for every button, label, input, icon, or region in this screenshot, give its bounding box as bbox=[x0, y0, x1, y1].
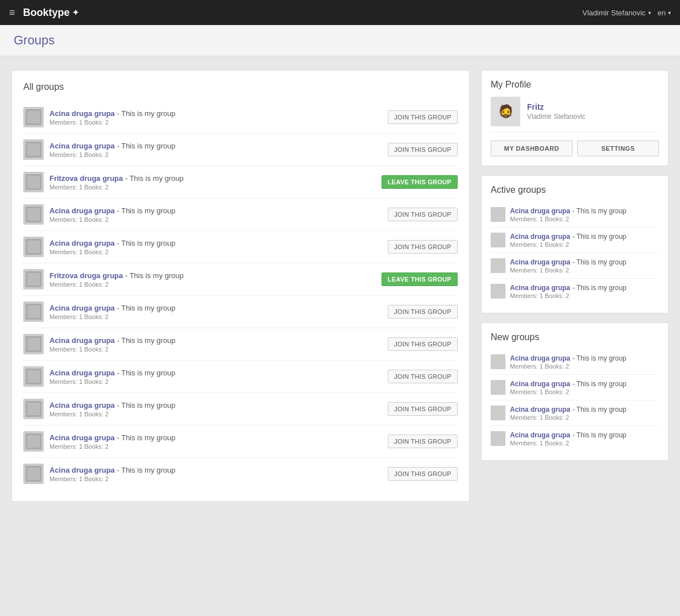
leave-group-button[interactable]: LEAVE THIS GROUP bbox=[382, 175, 458, 189]
join-group-button[interactable]: JOIN THIS GROUP bbox=[388, 208, 458, 221]
side-group-meta: Members: 1 Books: 2 bbox=[510, 292, 627, 299]
group-icon bbox=[23, 237, 44, 257]
group-icon bbox=[23, 172, 44, 192]
side-group-info: Acina druga grupa - This is my group Mem… bbox=[510, 405, 627, 421]
group-item-left: Acina druga grupa - This is my group Mem… bbox=[23, 431, 176, 452]
group-info: Acina druga grupa - This is my group Mem… bbox=[49, 239, 176, 255]
join-group-button[interactable]: JOIN THIS GROUP bbox=[388, 337, 458, 351]
group-item: Acina druga grupa - This is my group Mem… bbox=[23, 296, 458, 328]
side-group-desc: - This is my group bbox=[573, 354, 627, 362]
group-meta: Members: 1 Books: 2 bbox=[49, 119, 176, 126]
header: ≡ Booktype ✦ Vladimir Stefanovic ▾ en ▾ bbox=[0, 0, 680, 25]
group-name[interactable]: Acina druga grupa bbox=[49, 466, 115, 474]
group-desc: - This is my group bbox=[117, 433, 175, 442]
join-group-button[interactable]: JOIN THIS GROUP bbox=[388, 143, 458, 156]
side-group-meta: Members: 1 Books: 2 bbox=[510, 241, 627, 248]
group-info: Acina druga grupa - This is my group Mem… bbox=[49, 369, 176, 385]
side-group-icon bbox=[491, 233, 505, 247]
side-group-meta: Members: 1 Books: 2 bbox=[510, 363, 627, 370]
language-menu[interactable]: en ▾ bbox=[658, 9, 671, 17]
side-group-info: Acina druga grupa - This is my group Mem… bbox=[510, 258, 627, 274]
group-name[interactable]: Fritzova druga grupa bbox=[49, 271, 123, 280]
side-group-name[interactable]: Acina druga grupa bbox=[510, 284, 570, 292]
page-title: Groups bbox=[14, 33, 666, 48]
group-desc: - This is my group bbox=[117, 304, 175, 312]
dashboard-button[interactable]: MY DASHBOARD bbox=[491, 140, 573, 156]
header-right: Vladimir Stefanovic ▾ en ▾ bbox=[582, 9, 671, 17]
group-desc: - This is my group bbox=[125, 174, 184, 183]
side-group-name[interactable]: Acina druga grupa bbox=[510, 380, 570, 388]
all-groups-panel: All groups Acina druga grupa - This is m… bbox=[11, 70, 470, 502]
group-info: Fritzova druga grupa - This is my group … bbox=[49, 174, 184, 191]
side-group-info: Acina druga grupa - This is my group Mem… bbox=[510, 379, 627, 395]
group-icon bbox=[23, 366, 44, 387]
group-meta: Members: 1 Books: 2 bbox=[49, 216, 176, 223]
group-item: Acina druga grupa - This is my group Mem… bbox=[23, 425, 458, 458]
join-group-button[interactable]: JOIN THIS GROUP bbox=[388, 110, 458, 124]
group-name[interactable]: Acina druga grupa bbox=[49, 369, 115, 377]
group-meta: Members: 1 Books: 2 bbox=[49, 443, 176, 450]
join-group-button[interactable]: JOIN THIS GROUP bbox=[388, 435, 458, 448]
side-group-name[interactable]: Acina druga grupa bbox=[510, 233, 570, 241]
new-groups-card: New groups Acina druga grupa - This is m… bbox=[481, 323, 669, 461]
side-group-name[interactable]: Acina druga grupa bbox=[510, 431, 570, 439]
side-group-name[interactable]: Acina druga grupa bbox=[510, 406, 570, 414]
side-group-name[interactable]: Acina druga grupa bbox=[510, 354, 570, 362]
group-name[interactable]: Acina druga grupa bbox=[49, 304, 115, 312]
language-label: en bbox=[658, 9, 666, 17]
group-item-left: Fritzova druga grupa - This is my group … bbox=[23, 172, 184, 192]
group-info: Acina druga grupa - This is my group Mem… bbox=[49, 109, 176, 126]
group-info: Acina druga grupa - This is my group Mem… bbox=[49, 142, 176, 158]
side-group-name[interactable]: Acina druga grupa bbox=[510, 258, 570, 266]
group-name[interactable]: Acina druga grupa bbox=[49, 433, 115, 442]
group-desc: - This is my group bbox=[117, 466, 175, 474]
new-groups-list: Acina druga grupa - This is my group Mem… bbox=[491, 349, 659, 451]
group-icon-inner bbox=[26, 239, 42, 255]
join-group-button[interactable]: JOIN THIS GROUP bbox=[388, 402, 458, 416]
group-icon-inner bbox=[26, 401, 42, 417]
side-group-icon bbox=[491, 406, 505, 420]
header-left: ≡ Booktype ✦ bbox=[9, 7, 79, 19]
group-name[interactable]: Fritzova druga grupa bbox=[49, 174, 123, 183]
group-meta: Members: 1 Books: 2 bbox=[49, 476, 176, 482]
group-name[interactable]: Acina druga grupa bbox=[49, 336, 115, 345]
join-group-button[interactable]: JOIN THIS GROUP bbox=[388, 370, 458, 383]
side-group-item: Acina druga grupa - This is my group Mem… bbox=[491, 426, 659, 451]
settings-button[interactable]: SETTINGS bbox=[577, 140, 659, 156]
group-item-left: Acina druga grupa - This is my group Mem… bbox=[23, 204, 176, 225]
group-desc: - This is my group bbox=[117, 336, 175, 345]
join-group-button[interactable]: JOIN THIS GROUP bbox=[388, 467, 458, 481]
group-desc: - This is my group bbox=[117, 142, 175, 150]
join-group-button[interactable]: JOIN THIS GROUP bbox=[388, 240, 458, 254]
new-groups-title: New groups bbox=[491, 332, 659, 342]
profile-info: Fritz Vladimir Stefanovic bbox=[527, 102, 586, 121]
group-name[interactable]: Acina druga grupa bbox=[49, 142, 115, 150]
group-item-left: Acina druga grupa - This is my group Mem… bbox=[23, 301, 176, 322]
group-name[interactable]: Acina druga grupa bbox=[49, 206, 115, 215]
leave-group-button[interactable]: LEAVE THIS GROUP bbox=[382, 272, 458, 286]
side-group-icon bbox=[491, 354, 505, 369]
menu-icon[interactable]: ≡ bbox=[9, 7, 15, 19]
group-item: Acina druga grupa - This is my group Mem… bbox=[23, 231, 458, 263]
group-meta: Members: 1 Books: 2 bbox=[49, 346, 176, 353]
user-menu[interactable]: Vladimir Stefanovic ▾ bbox=[582, 9, 650, 17]
group-name[interactable]: Acina druga grupa bbox=[49, 239, 115, 247]
group-item-left: Fritzova druga grupa - This is my group … bbox=[23, 269, 184, 290]
profile-row: 🧔 Fritz Vladimir Stefanovic bbox=[491, 97, 659, 133]
side-group-name[interactable]: Acina druga grupa bbox=[510, 207, 570, 215]
group-icon-inner bbox=[26, 336, 42, 352]
side-group-info: Acina druga grupa - This is my group Mem… bbox=[510, 431, 627, 447]
group-name[interactable]: Acina druga grupa bbox=[49, 109, 115, 118]
group-meta: Members: 1 Books: 2 bbox=[49, 151, 176, 158]
lang-chevron-icon: ▾ bbox=[668, 10, 671, 16]
active-groups-list: Acina druga grupa - This is my group Mem… bbox=[491, 202, 659, 304]
group-name[interactable]: Acina druga grupa bbox=[49, 401, 115, 410]
group-meta: Members: 1 Books: 2 bbox=[49, 378, 176, 385]
side-group-icon bbox=[491, 207, 505, 222]
group-item-left: Acina druga grupa - This is my group Mem… bbox=[23, 366, 176, 387]
group-item: Acina druga grupa - This is my group Mem… bbox=[23, 199, 458, 231]
side-group-info: Acina druga grupa - This is my group Mem… bbox=[510, 354, 627, 370]
group-icon-inner bbox=[26, 174, 42, 190]
side-group-desc: - This is my group bbox=[573, 406, 627, 414]
join-group-button[interactable]: JOIN THIS GROUP bbox=[388, 305, 458, 319]
